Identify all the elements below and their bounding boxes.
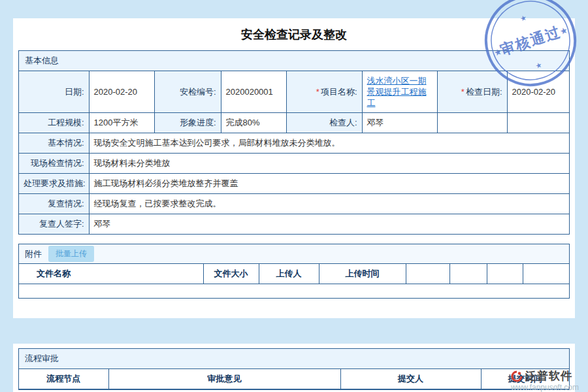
progress-label: 形象进度: xyxy=(154,113,221,133)
check-no-label: 安检编号: xyxy=(154,71,221,113)
review-value: 经现场复查，已按要求整改完成。 xyxy=(89,194,569,214)
attachments-panel: 附件 批量上传 文件名称 文件大小 上传人 上传时间 xyxy=(18,244,570,299)
attachments-section-title: 附件 xyxy=(25,248,42,260)
table-row: 工程规模: 1200平方米 形象进度: 完成80% 检查人: 邓琴 xyxy=(19,113,569,133)
table-row: 日期: 2020-02-20 安检编号: 2020020001 *项目名称: 浅… xyxy=(19,71,569,113)
check-date-value: 2020-02-20 xyxy=(507,71,569,113)
attachments-section-header: 附件 批量上传 xyxy=(19,244,569,264)
site-check-value: 现场材料未分类堆放 xyxy=(89,154,569,174)
inspector-label: 检查人: xyxy=(286,113,362,133)
empty-cell xyxy=(437,113,507,133)
table-header-row: 文件名称 文件大小 上传人 上传时间 xyxy=(19,264,569,284)
project-value-cell: 浅水湾小区一期景观提升工程施工 xyxy=(362,71,437,113)
node-column-header: 流程节点 xyxy=(19,369,108,389)
empty-header-cell xyxy=(449,264,487,284)
date-value: 2020-02-20 xyxy=(89,71,154,113)
project-label: *项目名称: xyxy=(286,71,362,113)
approval-panel: 流程审批 流程节点 审批意见 提交人 提交时间 xyxy=(18,348,570,390)
table-row: 现场检查情况: 现场材料未分类堆放 xyxy=(19,154,569,174)
project-link[interactable]: 浅水湾小区一期景观提升工程施工 xyxy=(367,75,433,108)
project-label-text: 项目名称: xyxy=(321,87,357,97)
basic-info-section-title: 基本信息 xyxy=(25,56,59,65)
situation-label: 基本情况: xyxy=(19,133,89,154)
approval-table: 流程节点 审批意见 提交人 提交时间 xyxy=(19,369,569,389)
table-row: 复查情况: 经现场复查，已按要求整改完成。 xyxy=(19,194,569,214)
panel-gap xyxy=(18,235,570,244)
review-label: 复查情况: xyxy=(19,194,89,214)
upload-time-column-header: 上传时间 xyxy=(319,264,406,284)
basic-info-table: 日期: 2020-02-20 安检编号: 2020020001 *项目名称: 浅… xyxy=(19,71,569,234)
approval-section-title: 流程审批 xyxy=(25,353,59,363)
measures-label: 处理要求及措施: xyxy=(19,174,89,194)
site-check-label: 现场检查情况: xyxy=(19,154,89,174)
empty-cell xyxy=(507,113,569,133)
measures-value: 施工现场材料必须分类堆放整齐并覆盖 xyxy=(89,174,569,194)
empty-header-cell xyxy=(523,264,569,284)
signature-value: 邓琴 xyxy=(89,214,569,235)
basic-info-panel: 基本信息 日期: 2020-02-20 安检编号: 2020020001 *项目… xyxy=(18,50,570,235)
fanpu-brand-text: 泛普软件 xyxy=(525,368,572,384)
required-mark: * xyxy=(461,87,465,97)
required-mark: * xyxy=(316,87,319,97)
check-date-label-text: 检查日期: xyxy=(466,87,502,97)
check-date-label: *检查日期: xyxy=(437,71,507,113)
submitter-column-header: 提交人 xyxy=(340,369,481,389)
situation-value: 现场安全文明施工基本达到公司要求，局部材料堆放未分类堆放。 xyxy=(89,133,569,154)
attachments-empty-area xyxy=(19,284,569,298)
empty-header-cell xyxy=(406,264,449,284)
progress-value: 完成80% xyxy=(221,113,286,133)
table-header-row: 流程节点 审批意见 提交人 提交时间 xyxy=(19,369,569,389)
date-label: 日期: xyxy=(19,71,89,113)
attachments-table: 文件名称 文件大小 上传人 上传时间 xyxy=(19,264,569,284)
check-no-value: 2020020001 xyxy=(221,71,286,113)
fanpu-watermark: www.fanpusoft.com xyxy=(511,384,579,392)
inspector-value: 邓琴 xyxy=(362,113,437,133)
empty-header-cell xyxy=(487,264,523,284)
batch-upload-button[interactable]: 批量上传 xyxy=(48,246,94,262)
table-row: 复查人签字: 邓琴 xyxy=(19,214,569,235)
fanpu-brand: 泛普软件 www.fanpusoft.com xyxy=(511,368,579,392)
basic-info-section-header: 基本信息 xyxy=(19,51,569,71)
table-row: 基本情况: 现场安全文明施工基本达到公司要求，局部材料堆放未分类堆放。 xyxy=(19,133,569,154)
fanpu-brand-row: 泛普软件 xyxy=(511,368,579,384)
signature-label: 复查人签字: xyxy=(19,214,89,235)
scale-label: 工程规模: xyxy=(19,113,89,133)
uploader-column-header: 上传人 xyxy=(259,264,319,284)
scale-value: 1200平方米 xyxy=(89,113,154,133)
file-name-column-header: 文件名称 xyxy=(19,264,203,284)
opinion-column-header: 审批意见 xyxy=(108,369,340,389)
fanpu-logo-icon xyxy=(511,370,523,382)
table-row: 处理要求及措施: 施工现场材料必须分类堆放整齐并覆盖 xyxy=(19,174,569,194)
main-content-sheet: 安全检查记录及整改 基本信息 日期: 2020-02-20 安检编号: 2020… xyxy=(13,18,575,318)
approval-content-sheet: 流程审批 流程节点 审批意见 提交人 提交时间 xyxy=(13,344,575,392)
file-size-column-header: 文件大小 xyxy=(203,264,259,284)
page-title: 安全检查记录及整改 xyxy=(18,18,570,50)
approval-section-header: 流程审批 xyxy=(19,349,569,369)
